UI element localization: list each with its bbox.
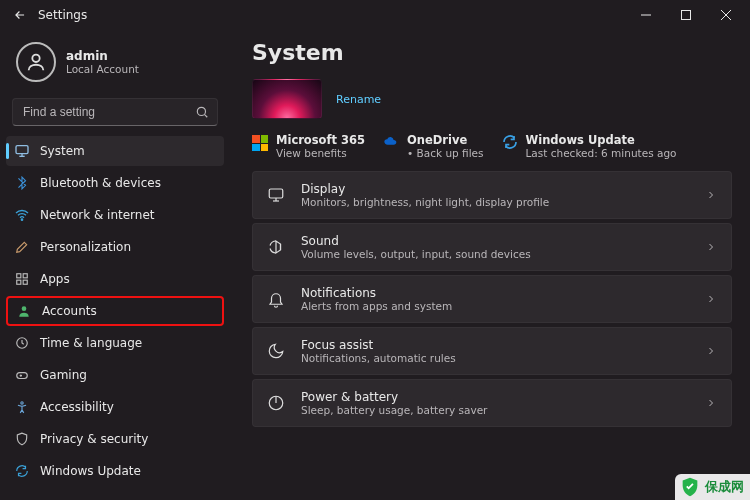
search-input[interactable]	[21, 104, 195, 120]
settings-card[interactable]: Power & batterySleep, battery usage, bat…	[252, 379, 732, 427]
sidebar-item-label: Gaming	[40, 368, 87, 382]
time-icon	[14, 335, 30, 351]
back-button[interactable]	[4, 0, 36, 30]
system-icon	[14, 143, 30, 159]
search-icon	[195, 105, 209, 119]
accounts-icon	[16, 303, 32, 319]
windows-update-icon	[502, 133, 518, 150]
sidebar-item-accounts[interactable]: Accounts	[6, 296, 224, 326]
svg-point-4	[32, 55, 39, 62]
sidebar-item-label: System	[40, 144, 85, 158]
privacy-icon	[14, 431, 30, 447]
svg-rect-1	[682, 11, 691, 20]
sidebar-item-update[interactable]: Windows Update	[6, 456, 224, 486]
card-icon	[267, 290, 285, 308]
onedrive-icon	[383, 133, 399, 148]
card-sub: Alerts from apps and system	[301, 300, 452, 312]
page-title: System	[252, 40, 732, 65]
svg-point-15	[22, 306, 27, 311]
svg-line-6	[205, 115, 208, 118]
card-title: Sound	[301, 234, 531, 248]
search-row	[6, 92, 224, 136]
sidebar-item-system[interactable]: System	[6, 136, 224, 166]
watermark: 保成网 zs.baocheng.net	[675, 474, 750, 500]
sidebar-item-label: Accounts	[42, 304, 97, 318]
onedrive-title: OneDrive	[407, 133, 483, 147]
minimize-button[interactable]	[626, 0, 666, 30]
sidebar-item-label: Accessibility	[40, 400, 114, 414]
settings-card[interactable]: SoundVolume levels, output, input, sound…	[252, 223, 732, 271]
chevron-right-icon	[705, 189, 717, 201]
sidebar-item-privacy[interactable]: Privacy & security	[6, 424, 224, 454]
user-sub: Local Account	[66, 63, 139, 75]
onedrive-sub: • Back up files	[407, 147, 483, 159]
card-title: Power & battery	[301, 390, 487, 404]
watermark-text: 保成网	[705, 478, 744, 496]
card-icon	[267, 238, 285, 256]
ms365-block[interactable]: Microsoft 365 View benefits	[252, 133, 365, 159]
sidebar-item-gaming[interactable]: Gaming	[6, 360, 224, 390]
settings-card-list: DisplayMonitors, brightness, night light…	[252, 171, 732, 427]
ms365-sub: View benefits	[276, 147, 365, 159]
gaming-icon	[14, 367, 30, 383]
sidebar-item-bluetooth[interactable]: Bluetooth & devices	[6, 168, 224, 198]
sidebar-item-label: Privacy & security	[40, 432, 148, 446]
card-icon	[267, 394, 285, 412]
user-name: admin	[66, 49, 139, 63]
sidebar-item-time[interactable]: Time & language	[6, 328, 224, 358]
svg-rect-11	[17, 274, 21, 278]
card-sub: Notifications, automatic rules	[301, 352, 456, 364]
sidebar-item-accessibility[interactable]: Accessibility	[6, 392, 224, 422]
network-icon	[14, 207, 30, 223]
card-title: Notifications	[301, 286, 452, 300]
card-sub: Volume levels, output, input, sound devi…	[301, 248, 531, 260]
sidebar-item-network[interactable]: Network & internet	[6, 200, 224, 230]
avatar	[16, 42, 56, 82]
accessibility-icon	[14, 399, 30, 415]
windows-update-block[interactable]: Windows Update Last checked: 6 minutes a…	[502, 133, 677, 159]
search-input-wrap[interactable]	[12, 98, 218, 126]
sidebar: admin Local Account SystemBluetooth & de…	[0, 30, 230, 500]
svg-rect-14	[23, 280, 27, 284]
svg-rect-12	[23, 274, 27, 278]
nav-list: SystemBluetooth & devicesNetwork & inter…	[6, 136, 224, 486]
maximize-button[interactable]	[666, 0, 706, 30]
shield-icon	[679, 476, 701, 498]
close-button[interactable]	[706, 0, 746, 30]
onedrive-block[interactable]: OneDrive • Back up files	[383, 133, 483, 159]
main-content: System Rename Microsoft 365 View benefit…	[230, 30, 750, 500]
titlebar: Settings	[0, 0, 750, 30]
chevron-right-icon	[705, 345, 717, 357]
sidebar-item-apps[interactable]: Apps	[6, 264, 224, 294]
sidebar-item-personalization[interactable]: Personalization	[6, 232, 224, 262]
personalization-icon	[14, 239, 30, 255]
svg-point-10	[21, 219, 22, 220]
sidebar-item-label: Windows Update	[40, 464, 141, 478]
rename-link[interactable]: Rename	[336, 93, 381, 106]
desktop-thumbnail	[252, 79, 322, 119]
card-icon	[267, 342, 285, 360]
settings-card[interactable]: Focus assistNotifications, automatic rul…	[252, 327, 732, 375]
settings-card[interactable]: NotificationsAlerts from apps and system	[252, 275, 732, 323]
user-account-block[interactable]: admin Local Account	[6, 30, 224, 92]
svg-rect-21	[269, 189, 283, 198]
svg-point-20	[21, 402, 23, 404]
window-title: Settings	[38, 8, 87, 22]
sidebar-item-label: Bluetooth & devices	[40, 176, 161, 190]
settings-card[interactable]: DisplayMonitors, brightness, night light…	[252, 171, 732, 219]
update-icon	[14, 463, 30, 479]
update-title: Windows Update	[526, 133, 677, 147]
card-title: Display	[301, 182, 549, 196]
bluetooth-icon	[14, 175, 30, 191]
svg-point-5	[197, 107, 205, 115]
update-sub: Last checked: 6 minutes ago	[526, 147, 677, 159]
microsoft-logo-icon	[252, 135, 268, 151]
ms365-title: Microsoft 365	[276, 133, 365, 147]
chevron-right-icon	[705, 293, 717, 305]
card-sub: Sleep, battery usage, battery saver	[301, 404, 487, 416]
chevron-right-icon	[705, 397, 717, 409]
sidebar-item-label: Network & internet	[40, 208, 155, 222]
svg-rect-7	[16, 146, 28, 154]
system-info-panel: Rename Microsoft 365 View benefits OneDr…	[252, 79, 732, 159]
apps-icon	[14, 271, 30, 287]
